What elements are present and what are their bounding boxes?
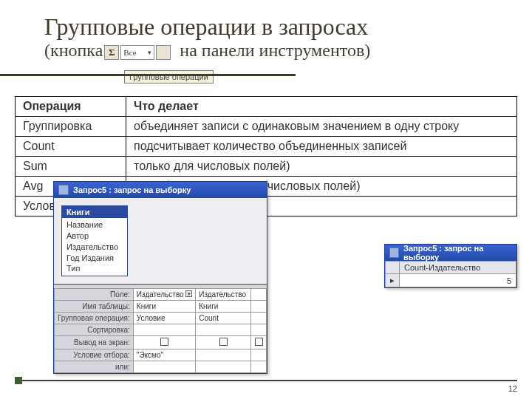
window-icon — [389, 248, 399, 258]
grid-cell[interactable]: "Эксмо" — [133, 349, 195, 361]
field-item[interactable]: Тип — [66, 263, 123, 274]
grid-row-label: Поле: — [55, 289, 134, 301]
subtitle-pre: (кнопка — [44, 41, 103, 61]
grid-row-label: Сортировка: — [55, 324, 134, 336]
footer-bullet — [15, 377, 22, 384]
grid-cell[interactable] — [251, 301, 267, 313]
table-row: Группировкаобъединяет записи с одинаковы… — [16, 117, 517, 137]
page-number: 12 — [508, 384, 517, 393]
query-design-window[interactable]: Запрос5 : запрос на выборку Книги Назван… — [53, 181, 267, 374]
field-item[interactable]: Издательство — [66, 242, 123, 253]
footer-line — [15, 380, 517, 381]
grid-cell[interactable] — [133, 336, 195, 349]
field-list-title: Книги — [62, 206, 127, 218]
grid-cell[interactable]: Издательство — [196, 289, 251, 301]
grid-row-label: Групповая операция: — [55, 313, 134, 324]
window-titlebar[interactable]: Запрос5 : запрос на выборку — [54, 182, 267, 198]
checkbox[interactable] — [219, 338, 228, 346]
filter-dropdown[interactable]: Все ▾ — [120, 45, 154, 60]
table-row: Countподсчитывает количество объединенны… — [16, 137, 517, 157]
dropdown-value: Все — [123, 48, 136, 57]
grid-cell[interactable]: Книги — [133, 301, 195, 313]
field-item[interactable]: Автор — [66, 231, 123, 242]
row-marker[interactable]: ▸ — [386, 274, 400, 287]
grid-cell[interactable] — [251, 324, 267, 336]
tooltip: Групповые операции — [124, 70, 214, 83]
grid-cell[interactable] — [251, 361, 267, 373]
result-grid[interactable]: Count-Издательство ▸ 5 — [385, 261, 516, 287]
field-item[interactable]: Название — [66, 219, 123, 231]
slide-title: Групповые операции в запросах — [0, 0, 532, 41]
slide-subtitle: (кнопка Σ Все ▾ на панели инструментов) — [0, 41, 532, 61]
checkbox[interactable] — [160, 338, 168, 346]
row-marker-header — [386, 262, 400, 274]
subtitle-post: на панели инструментов) — [180, 41, 370, 61]
sigma-button[interactable]: Σ — [104, 45, 119, 60]
grid-row-label: Вывод на экран: — [55, 336, 134, 349]
table-row: Sumтолько для числовых полей) — [16, 157, 517, 177]
grid-cell[interactable] — [251, 336, 267, 349]
query-result-window[interactable]: Запрос5 : запрос на выборку Count-Издате… — [384, 244, 517, 288]
grid-cell[interactable] — [196, 324, 251, 336]
field-item[interactable]: Год Издания — [66, 253, 123, 264]
window-title: Запрос5 : запрос на выборку — [73, 185, 191, 194]
grid-cell[interactable] — [251, 313, 267, 324]
table-header-desc: Что делает — [126, 97, 517, 117]
grid-cell[interactable] — [133, 361, 195, 373]
field-list[interactable]: Книги Название Автор Издательство Год Из… — [61, 205, 128, 276]
grid-row-label: Имя таблицы: — [55, 301, 134, 313]
table-header-op: Операция — [16, 97, 126, 117]
window-title: Запрос5 : запрос на выборку — [403, 244, 512, 262]
toolbar-icon[interactable] — [156, 45, 171, 60]
result-column-header: Count-Издательство — [400, 262, 516, 274]
dropdown-icon[interactable]: ▾ — [185, 290, 192, 297]
checkbox[interactable] — [255, 338, 263, 346]
grid-cell[interactable]: Условие — [133, 313, 195, 324]
grid-cell[interactable]: Книги — [196, 301, 251, 313]
grid-cell[interactable]: Count — [196, 313, 251, 324]
grid-cell[interactable] — [251, 349, 267, 361]
grid-cell[interactable] — [196, 336, 251, 349]
window-icon — [58, 185, 69, 195]
title-underline — [0, 74, 296, 76]
chevron-down-icon: ▾ — [148, 49, 151, 56]
grid-cell[interactable] — [196, 361, 251, 373]
grid-cell[interactable] — [196, 349, 251, 361]
grid-row-label: или: — [55, 361, 134, 373]
grid-row-label: Условие отбора: — [55, 349, 134, 361]
grid-cell[interactable]: Издательство▾ — [133, 289, 195, 301]
query-grid[interactable]: Поле: Издательство▾ Издательство Имя таб… — [54, 288, 267, 373]
window-titlebar[interactable]: Запрос5 : запрос на выборку — [385, 245, 516, 261]
result-value[interactable]: 5 — [400, 274, 516, 287]
grid-cell[interactable] — [133, 324, 195, 336]
grid-cell[interactable] — [251, 289, 267, 301]
